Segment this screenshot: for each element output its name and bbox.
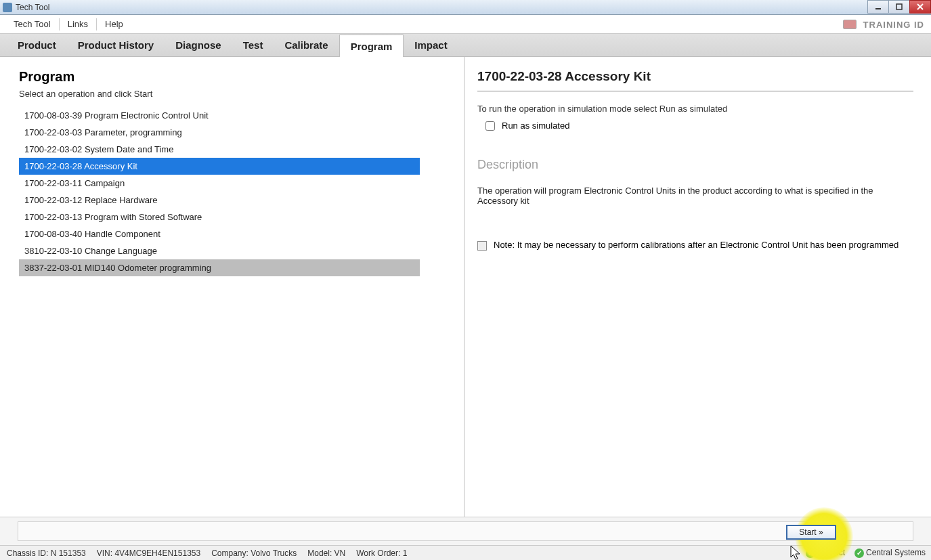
- list-item-selected[interactable]: 1700-22-03-28 Accessory Kit: [19, 158, 420, 175]
- maximize-button[interactable]: [888, 0, 910, 14]
- training-id-label: TRAINING ID: [863, 20, 924, 30]
- main-tabs: Product Product History Diagnose Test Ca…: [0, 34, 931, 57]
- svg-rect-1: [896, 4, 902, 9]
- list-item[interactable]: 1700-22-03-03 Parameter, programming: [19, 124, 420, 141]
- menubar: Tech Tool Links Help TRAINING ID: [0, 15, 931, 34]
- note-row: Note: It may be necessary to perform cal…: [477, 240, 913, 251]
- tab-product[interactable]: Product: [7, 34, 67, 56]
- status-central-systems: ✓Central Systems: [854, 548, 926, 558]
- menu-help[interactable]: Help: [98, 16, 130, 32]
- flag-icon[interactable]: [843, 20, 857, 29]
- menu-links[interactable]: Links: [61, 16, 95, 32]
- list-item[interactable]: 3837-22-03-01 MID140 Odometer programmin…: [19, 259, 420, 276]
- window-controls: [868, 0, 931, 14]
- start-button[interactable]: Start »: [786, 525, 836, 540]
- list-item[interactable]: 1700-22-03-11 Campaign: [19, 175, 420, 192]
- details-panel: 1700-22-03-28 Accessory Kit To run the o…: [465, 57, 931, 517]
- operations-panel: Program Select an operation and click St…: [0, 57, 467, 517]
- status-product: ✓Product: [806, 548, 845, 558]
- statusbar: Chassis ID: N 151353 VIN: 4V4MC9EH4EN151…: [0, 545, 931, 560]
- tab-impact[interactable]: Impact: [404, 34, 458, 56]
- status-work-order: Work Order: 1: [356, 548, 407, 558]
- menu-separator: [96, 18, 97, 30]
- tab-product-history[interactable]: Product History: [67, 34, 165, 56]
- instruction-text: To run the operation in simulation mode …: [477, 104, 913, 114]
- close-button[interactable]: [909, 0, 931, 14]
- action-bar: Start »: [0, 517, 931, 545]
- list-item[interactable]: 1700-22-03-02 System Date and Time: [19, 141, 420, 158]
- minimize-button[interactable]: [867, 0, 889, 14]
- tab-diagnose[interactable]: Diagnose: [165, 34, 232, 56]
- status-chassis: Chassis ID: N 151353: [7, 548, 86, 558]
- menu-tech-tool[interactable]: Tech Tool: [7, 16, 58, 32]
- details-divider: [477, 91, 913, 91]
- details-heading: 1700-22-03-28 Accessory Kit: [477, 69, 913, 84]
- panel-heading: Program: [19, 69, 467, 85]
- run-as-simulated-row: Run as simulated: [485, 121, 913, 131]
- run-as-simulated-checkbox[interactable]: [485, 121, 495, 131]
- app-icon: [3, 3, 12, 12]
- list-item[interactable]: 1700-22-03-13 Program with Stored Softwa…: [19, 209, 420, 225]
- list-item[interactable]: 1700-08-03-39 Program Electronic Control…: [19, 107, 420, 124]
- tab-calibrate[interactable]: Calibrate: [274, 34, 339, 56]
- check-icon: ✓: [854, 548, 864, 558]
- list-item[interactable]: 1700-08-03-40 Handle Component: [19, 225, 420, 242]
- action-bar-inner: [18, 521, 913, 541]
- window-title: Tech Tool: [16, 3, 49, 12]
- content-area: Program Select an operation and click St…: [0, 57, 931, 517]
- status-model: Model: VN: [307, 548, 345, 558]
- status-company: Company: Volvo Trucks: [211, 548, 297, 558]
- description-text: The operation will program Electronic Co…: [477, 186, 913, 206]
- note-text: Note: It may be necessary to perform cal…: [494, 240, 898, 250]
- run-as-simulated-label: Run as simulated: [502, 121, 569, 131]
- tab-test[interactable]: Test: [232, 34, 274, 56]
- note-icon: [477, 241, 487, 251]
- menu-separator: [59, 18, 60, 30]
- operations-list: 1700-08-03-39 Program Electronic Control…: [19, 107, 467, 276]
- list-item[interactable]: 3810-22-03-10 Change Language: [19, 242, 420, 259]
- list-item[interactable]: 1700-22-03-12 Replace Hardware: [19, 192, 420, 209]
- description-section-label: Description: [477, 158, 913, 172]
- panel-subtitle: Select an operation and click Start: [19, 89, 467, 99]
- tab-program[interactable]: Program: [339, 35, 404, 57]
- status-right: ✓Product ✓Central Systems: [806, 548, 926, 558]
- window-titlebar: Tech Tool: [0, 0, 931, 15]
- status-vin: VIN: 4V4MC9EH4EN151353: [97, 548, 200, 558]
- check-icon: ✓: [806, 548, 815, 558]
